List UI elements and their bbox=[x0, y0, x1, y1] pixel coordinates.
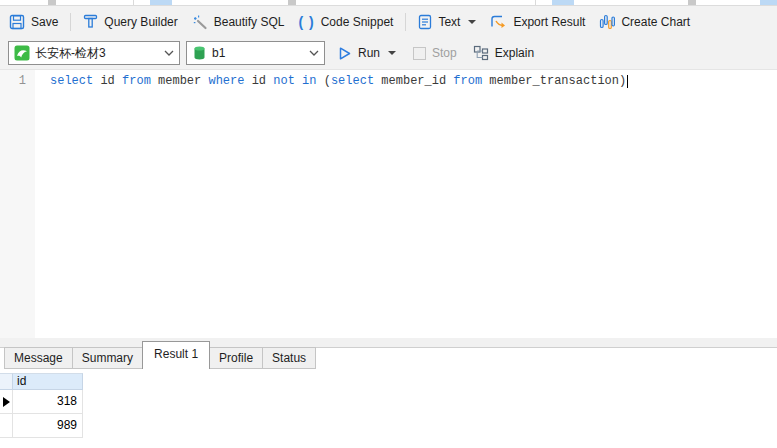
clipped-ui-fragment bbox=[760, 0, 777, 5]
clipped-ui-fragment bbox=[688, 0, 696, 5]
text-view-label: Text bbox=[438, 15, 460, 29]
query-builder-icon bbox=[83, 14, 98, 29]
beautify-sql-button[interactable]: Beautify SQL bbox=[185, 10, 292, 34]
tab-message[interactable]: Message bbox=[4, 347, 73, 369]
row-selector[interactable] bbox=[0, 414, 13, 438]
connection-select[interactable]: 长安杯-检材3 bbox=[8, 41, 180, 65]
tab-profile[interactable]: Profile bbox=[209, 347, 263, 369]
sql-text: member_id bbox=[374, 74, 453, 88]
clipped-ui-fragment bbox=[150, 0, 172, 5]
database-select[interactable]: b1 bbox=[186, 41, 325, 65]
sql-keyword: select bbox=[331, 74, 374, 88]
sql-text: member bbox=[151, 74, 209, 88]
database-icon bbox=[192, 45, 207, 61]
beautify-sql-label: Beautify SQL bbox=[214, 15, 285, 29]
run-label: Run bbox=[358, 46, 380, 60]
export-result-label: Export Result bbox=[513, 15, 585, 29]
create-chart-label: Create Chart bbox=[621, 15, 690, 29]
beautify-sql-icon bbox=[192, 14, 208, 30]
sql-text bbox=[295, 74, 302, 88]
chevron-down-icon bbox=[388, 51, 396, 55]
clipped-ui-fragment bbox=[552, 0, 574, 5]
sql-text: id bbox=[93, 74, 122, 88]
toolbar-separator bbox=[405, 13, 406, 31]
chevron-down-icon bbox=[309, 50, 319, 56]
text-view-button[interactable]: Text bbox=[411, 10, 483, 34]
tab-result-1[interactable]: Result 1 bbox=[142, 341, 210, 369]
sql-keyword: in bbox=[302, 74, 316, 88]
sql-line[interactable]: select id from member where id not in (s… bbox=[50, 74, 628, 89]
explain-label: Explain bbox=[495, 46, 534, 60]
toolbar-separator bbox=[70, 13, 71, 31]
run-icon bbox=[337, 46, 352, 61]
sql-keyword: not bbox=[273, 74, 295, 88]
stop-label: Stop bbox=[432, 46, 457, 60]
code-snippet-button[interactable]: ( ) Code Snippet bbox=[291, 10, 400, 34]
create-chart-button[interactable]: Create Chart bbox=[592, 10, 697, 34]
text-view-icon bbox=[418, 14, 432, 30]
query-toolbar: 长安杯-检材3 b1 Run bbox=[0, 37, 777, 70]
result-grid: id318989 bbox=[0, 373, 83, 438]
chevron-down-icon bbox=[468, 20, 476, 24]
explain-button[interactable]: Explain bbox=[466, 41, 541, 65]
sql-text: id bbox=[244, 74, 273, 88]
query-builder-label: Query Builder bbox=[104, 15, 177, 29]
explain-icon bbox=[473, 45, 489, 61]
sql-keyword: select bbox=[50, 74, 93, 88]
tab-summary[interactable]: Summary bbox=[72, 347, 143, 369]
table-row: 318 bbox=[0, 390, 83, 414]
create-chart-icon bbox=[599, 14, 615, 30]
clipped-ui-fragment bbox=[288, 0, 296, 5]
export-result-button[interactable]: Export Result bbox=[483, 10, 592, 34]
save-button[interactable]: Save bbox=[2, 10, 65, 34]
navicat-query-window: Save Query Builder Bea bbox=[0, 0, 777, 448]
editor-gutter: 1 bbox=[0, 70, 35, 338]
save-icon bbox=[9, 14, 25, 30]
current-row-arrow-icon bbox=[3, 397, 10, 407]
stop-button: Stop bbox=[406, 41, 464, 65]
main-toolbar: Save Query Builder Bea bbox=[0, 6, 777, 37]
sql-keyword: from bbox=[453, 74, 482, 88]
database-value: b1 bbox=[212, 46, 225, 60]
chevron-down-icon bbox=[164, 50, 174, 56]
connection-value: 长安杯-检材3 bbox=[35, 45, 106, 62]
clipped-ui-fragment bbox=[48, 0, 56, 5]
run-button[interactable]: Run bbox=[330, 41, 403, 65]
mysql-connection-icon bbox=[14, 45, 30, 61]
query-builder-button[interactable]: Query Builder bbox=[76, 10, 184, 34]
sql-editor[interactable]: 1 select id from member where id not in … bbox=[0, 70, 777, 338]
table-row: 989 bbox=[0, 414, 83, 438]
clipped-ui-fragment bbox=[133, 0, 134, 5]
result-tabs: MessageSummaryResult 1ProfileStatus bbox=[4, 341, 315, 369]
line-number: 1 bbox=[19, 74, 26, 88]
tab-status[interactable]: Status bbox=[262, 347, 316, 369]
code-snippet-icon: ( ) bbox=[298, 15, 314, 29]
grid-cell[interactable]: 989 bbox=[13, 414, 83, 438]
grid-corner-cell bbox=[0, 373, 13, 390]
code-snippet-label: Code Snippet bbox=[321, 15, 394, 29]
sql-text: member_transaction) bbox=[482, 74, 626, 88]
row-selector[interactable] bbox=[0, 390, 13, 414]
grid-cell[interactable]: 318 bbox=[13, 390, 83, 414]
sql-keyword: where bbox=[208, 74, 244, 88]
column-header-id[interactable]: id bbox=[13, 373, 83, 390]
sql-text: ( bbox=[317, 74, 331, 88]
sql-keyword: from bbox=[122, 74, 151, 88]
text-caret bbox=[627, 75, 628, 88]
stop-icon bbox=[413, 47, 426, 60]
clipped-ui-fragment bbox=[535, 0, 536, 5]
export-result-icon bbox=[490, 14, 507, 30]
save-label: Save bbox=[31, 15, 58, 29]
